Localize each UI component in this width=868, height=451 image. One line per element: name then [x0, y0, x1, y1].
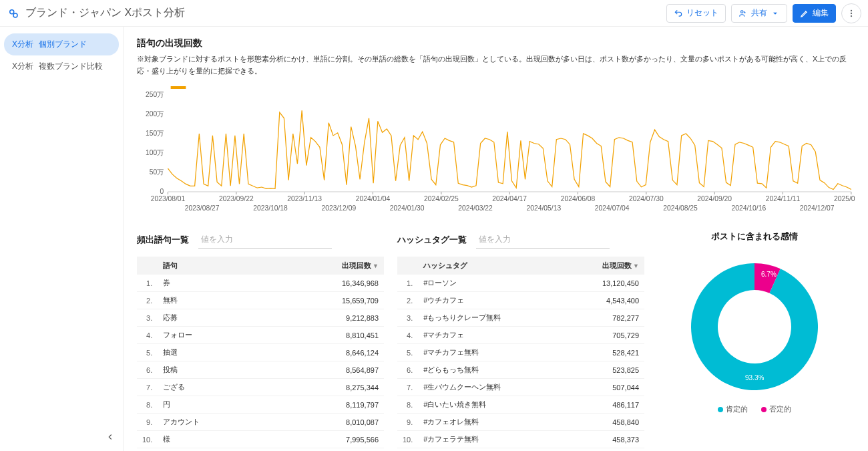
- edit-label: 編集: [813, 7, 829, 19]
- svg-text:200万: 200万: [146, 110, 164, 118]
- svg-point-1: [13, 13, 17, 17]
- legend-negative[interactable]: 否定的: [761, 404, 791, 414]
- page-title: ブランド・ジャパン Xポスト分析: [25, 6, 185, 20]
- app-logo-icon: [7, 7, 20, 20]
- sentiment-panel: ポストに含まれる感情 6.7% 93.3% 肯定的 否定的: [658, 231, 851, 451]
- top-bar: ブランド・ジャパン Xポスト分析 リセット 共有 編集: [0, 0, 868, 27]
- chevron-left-icon: [105, 432, 115, 442]
- svg-text:0: 0: [160, 188, 164, 195]
- svg-text:250万: 250万: [146, 91, 164, 98]
- sentiment-donut-chart[interactable]: 6.7% 93.3%: [681, 253, 828, 400]
- share-button[interactable]: 共有: [731, 4, 787, 23]
- svg-text:2025/01/02: 2025/01/02: [834, 195, 855, 202]
- hashtag-table-title: ハッシュタグ一覧: [397, 234, 467, 246]
- table-row[interactable]: 2.#ウチカフェ4,543,400: [397, 292, 644, 309]
- legend-positive[interactable]: 肯定的: [718, 404, 748, 414]
- hashtag-table-filter-input[interactable]: [476, 231, 610, 249]
- table-row[interactable]: 9.アカウント8,010,087: [137, 414, 384, 431]
- table-row[interactable]: 10.様7,995,566: [137, 431, 384, 448]
- table-row[interactable]: 7.ござる8,275,344: [137, 379, 384, 396]
- more-menu-button[interactable]: [841, 3, 861, 23]
- reset-button[interactable]: リセット: [666, 4, 726, 23]
- hashtag-table-pager: 1 - 100 / 55793: [397, 448, 644, 451]
- table-row[interactable]: 9.#カフェオレ無料458,840: [397, 414, 644, 431]
- table-row[interactable]: 6.#どらもっち無料523,825: [397, 361, 644, 379]
- word-table: 語句 出現回数▼ 1.券16,346,9682.無料15,659,7093.応募…: [137, 257, 384, 448]
- wordcount-line-chart[interactable]: 050万100万150万200万250万2023/08/012023/09/22…: [137, 85, 855, 218]
- svg-text:2023/08/01: 2023/08/01: [151, 195, 186, 202]
- svg-text:2024/02/25: 2024/02/25: [424, 195, 459, 202]
- caret-down-icon: [771, 9, 780, 18]
- svg-text:100万: 100万: [146, 149, 164, 156]
- sidebar-item-label: 個別ブランド: [39, 39, 87, 50]
- sidebar-collapse-button[interactable]: [103, 430, 118, 444]
- table-row[interactable]: 10.#カフェラテ無料458,373: [397, 431, 644, 448]
- svg-text:2024/07/04: 2024/07/04: [595, 204, 630, 212]
- table-row[interactable]: 7.#生バウムクーヘン無料507,044: [397, 379, 644, 396]
- word-table-col-word[interactable]: 語句: [158, 257, 270, 275]
- table-row[interactable]: 6.投稿8,564,897: [137, 361, 384, 379]
- svg-text:2024/08/25: 2024/08/25: [663, 204, 698, 212]
- sentiment-legend: 肯定的 否定的: [718, 404, 791, 414]
- hashtag-table-col-word[interactable]: ハッシュタグ: [418, 257, 565, 275]
- hashtag-table-col-count[interactable]: 出現回数▼: [566, 257, 644, 275]
- share-icon: [738, 9, 748, 18]
- svg-text:2024/04/17: 2024/04/17: [492, 195, 527, 202]
- sidebar-item-prefix: X分析: [12, 61, 33, 72]
- table-row[interactable]: 1.券16,346,968: [137, 275, 384, 292]
- word-table-col-count[interactable]: 出現回数▼: [271, 257, 384, 275]
- svg-text:2024/09/20: 2024/09/20: [697, 195, 732, 202]
- svg-text:2023/08/27: 2023/08/27: [185, 204, 220, 212]
- word-table-panel: 頻出語句一覧 語句 出現回数▼ 1.券16,346,9682.無料15,659,…: [137, 231, 384, 451]
- table-row[interactable]: 8.#白いたい焼き無料486,117: [397, 396, 644, 414]
- svg-text:2023/12/09: 2023/12/09: [322, 204, 357, 212]
- word-table-pager: 1 - 100 / 133354: [137, 448, 384, 451]
- svg-text:2024/07/30: 2024/07/30: [629, 195, 664, 202]
- wordcount-note: ※対象ブランドに対するポストを形態素分析にかけ、単語に分割。その単語の総数を「語…: [137, 53, 855, 77]
- hashtag-table-panel: ハッシュタグ一覧 ハッシュタグ 出現回数▼ 1.#ローソン13,120,4502…: [397, 231, 644, 451]
- word-table-title: 頻出語句一覧: [137, 234, 189, 246]
- table-row[interactable]: 3.応募9,212,883: [137, 309, 384, 327]
- table-row[interactable]: 8.円8,119,797: [137, 396, 384, 414]
- svg-text:2024/01/30: 2024/01/30: [390, 204, 425, 212]
- table-row[interactable]: 2.無料15,659,709: [137, 292, 384, 309]
- pencil-icon: [800, 9, 809, 18]
- sidebar-item-label: 複数ブランド比較: [39, 61, 103, 72]
- sentiment-positive-pct: 93.3%: [745, 374, 764, 382]
- table-row[interactable]: 1.#ローソン13,120,450: [397, 275, 644, 292]
- hashtag-table: ハッシュタグ 出現回数▼ 1.#ローソン13,120,4502.#ウチカフェ4,…: [397, 257, 644, 448]
- svg-text:150万: 150万: [146, 130, 164, 137]
- svg-rect-12: [171, 86, 186, 89]
- svg-text:2024/06/08: 2024/06/08: [561, 195, 596, 202]
- share-label: 共有: [751, 7, 767, 19]
- svg-text:2024/10/16: 2024/10/16: [731, 204, 766, 212]
- sidebar-item-prefix: X分析: [12, 39, 33, 50]
- sidebar-item-0[interactable]: X分析個別ブランド: [4, 33, 119, 55]
- svg-point-5: [851, 15, 852, 16]
- svg-text:2024/12/07: 2024/12/07: [800, 204, 835, 212]
- table-row[interactable]: 5.#マチカフェ無料528,421: [397, 344, 644, 361]
- svg-text:2023/10/18: 2023/10/18: [253, 204, 288, 212]
- svg-point-3: [851, 9, 852, 11]
- wordcount-title: 語句の出現回数: [137, 37, 855, 49]
- undo-icon: [674, 9, 683, 18]
- table-row[interactable]: 4.#マチカフェ705,729: [397, 327, 644, 344]
- reset-label: リセット: [686, 7, 718, 19]
- sentiment-title: ポストに含まれる感情: [711, 231, 798, 243]
- svg-text:2024/03/22: 2024/03/22: [458, 204, 493, 212]
- sidebar-item-1[interactable]: X分析複数ブランド比較: [4, 55, 119, 78]
- more-vert-icon: [847, 9, 856, 18]
- svg-text:2024/01/04: 2024/01/04: [356, 195, 391, 202]
- table-row[interactable]: 3.#もっちりクレープ無料782,277: [397, 309, 644, 327]
- svg-text:2023/09/22: 2023/09/22: [219, 195, 254, 202]
- edit-button[interactable]: 編集: [793, 4, 836, 23]
- word-table-filter-input[interactable]: [198, 231, 332, 249]
- svg-text:2024/11/11: 2024/11/11: [766, 195, 801, 202]
- svg-point-0: [10, 9, 14, 13]
- table-row[interactable]: 4.フォロー8,810,451: [137, 327, 384, 344]
- svg-text:2023/11/13: 2023/11/13: [287, 195, 322, 202]
- table-row[interactable]: 5.抽選8,646,124: [137, 344, 384, 361]
- svg-point-4: [851, 12, 852, 13]
- sidebar: X分析個別ブランドX分析複数ブランド比較: [0, 27, 124, 451]
- content-area[interactable]: 語句の出現回数 ※対象ブランドに対するポストを形態素分析にかけ、単語に分割。その…: [124, 27, 868, 451]
